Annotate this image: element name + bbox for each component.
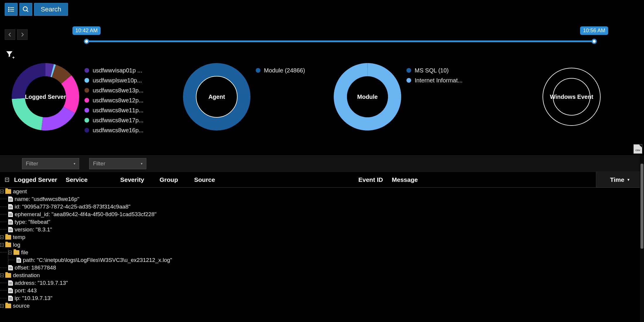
sort-descending-icon: ▼: [627, 178, 630, 182]
col-source[interactable]: Source: [194, 176, 358, 183]
chart-logged-server[interactable]: Logged Server usdfwwvisap01p ...usdfwwpl…: [12, 63, 168, 139]
chart-title: Module: [357, 94, 378, 100]
filter-dropdown-2[interactable]: Filter ▾: [89, 158, 146, 169]
tree-leaf[interactable]: port: 443: [8, 287, 644, 294]
charts-row: Logged Server usdfwwvisap01p ...usdfwwpl…: [12, 63, 638, 139]
file-icon: [8, 265, 13, 270]
legend-swatch-icon: [84, 98, 89, 103]
add-filter-button[interactable]: +: [5, 50, 13, 59]
time-start-handle[interactable]: [84, 39, 89, 44]
export-csv-button[interactable]: CSV: [633, 144, 642, 154]
legend-item[interactable]: usdfwwcs8we17p...: [84, 115, 143, 125]
file-icon: [8, 204, 13, 209]
tree-leaf[interactable]: version: "8.3.1": [8, 226, 644, 233]
time-range-slider[interactable]: 10:42 AM 10:56 AM: [87, 26, 594, 47]
folder-icon: [5, 304, 11, 308]
legend-item[interactable]: Module (24866): [256, 65, 305, 75]
tree-node-temp[interactable]: −temp: [0, 233, 644, 241]
legend-item[interactable]: usdfwwcs8we12p...: [84, 95, 143, 105]
legend-item[interactable]: usdfwwvisap01p ...: [84, 65, 143, 75]
nav-back-button[interactable]: [5, 29, 15, 40]
chevron-down-icon: ▾: [141, 162, 143, 166]
file-icon: [8, 288, 13, 293]
col-logged-server[interactable]: Logged Server: [14, 176, 66, 183]
svg-point-0: [9, 7, 9, 8]
svg-point-6: [23, 7, 27, 11]
plus-icon: +: [12, 55, 15, 60]
chart-title: Agent: [209, 94, 225, 100]
collapse-all-button[interactable]: [0, 178, 14, 182]
chevron-down-icon: ▾: [74, 162, 75, 166]
collapse-icon[interactable]: −: [8, 251, 12, 254]
legend-item[interactable]: usdfwwcs8we13p...: [84, 85, 143, 95]
legend-label: usdfwwcs8we13p...: [93, 87, 143, 94]
event-detail-tree: −agent name: "usdfwwcs8we16p" id: "9095a…: [0, 188, 644, 322]
legend-label: usdfwwcs8we16p...: [93, 127, 143, 134]
svg-point-2: [9, 9, 9, 10]
tree-node-file[interactable]: −file path: "C:\inetpub\logs\LogFiles\W3…: [8, 249, 644, 264]
filter-placeholder: Filter: [93, 160, 105, 167]
col-message[interactable]: Message: [392, 176, 424, 183]
tree-leaf[interactable]: address: "10.19.7.13": [8, 279, 644, 287]
time-slider-track: [87, 40, 594, 42]
tree-node-destination[interactable]: −destination address: "10.19.7.13" port:…: [0, 272, 644, 302]
col-service[interactable]: Service: [66, 176, 120, 183]
col-event-id[interactable]: Event ID: [358, 176, 392, 183]
legend-swatch-icon: [84, 68, 89, 73]
svg-line-7: [27, 10, 28, 12]
vertical-scrollbar[interactable]: [640, 155, 644, 322]
file-icon: [8, 280, 13, 286]
legend-item[interactable]: usdfwwcs8we16p...: [84, 125, 143, 135]
collapse-icon[interactable]: −: [0, 274, 4, 277]
file-icon: [8, 296, 13, 301]
tree-leaf[interactable]: type: "filebeat": [8, 218, 644, 226]
scrollbar-thumb[interactable]: [640, 164, 643, 249]
col-severity[interactable]: Severity: [120, 176, 160, 183]
collapse-icon[interactable]: −: [0, 190, 4, 193]
collapse-icon[interactable]: −: [0, 235, 4, 239]
list-menu-button[interactable]: [5, 3, 18, 16]
col-time-label: Time: [610, 176, 624, 183]
legend-label: usdfwwcs8we11p...: [93, 107, 143, 114]
legend-item[interactable]: usdfwwplswe10p...: [84, 75, 143, 85]
tree-leaf[interactable]: ephemeral_id: "aea89c42-4f4a-4f50-8d09-1…: [8, 211, 644, 218]
legend-item[interactable]: usdfwwcs8we11p...: [84, 105, 143, 115]
tree-leaf[interactable]: path: "C:\inetpub\logs\LogFiles\W3SVC3\u…: [16, 256, 644, 264]
tree-leaf[interactable]: offset: 18677848: [8, 264, 644, 272]
tree-node-source[interactable]: −source: [0, 302, 644, 310]
search-button[interactable]: Search: [34, 3, 68, 16]
legend-swatch-icon: [256, 68, 260, 73]
legend-swatch-icon: [84, 118, 89, 123]
chart-windows-event[interactable]: Windows Event: [482, 63, 638, 139]
tree-leaf[interactable]: id: "9095a773-7872-4c25-ad35-873f314c9aa…: [8, 203, 644, 211]
legend-label: usdfwwcs8we12p...: [93, 97, 143, 104]
filter-placeholder: Filter: [26, 160, 38, 167]
legend-swatch-icon: [84, 128, 89, 133]
search-icon-button[interactable]: [19, 3, 32, 16]
tree-leaf[interactable]: ip: "10.19.7.13": [8, 294, 644, 302]
legend-label: usdfwwcs8we17p...: [93, 117, 143, 124]
folder-icon: [5, 243, 11, 247]
column-header-row: Logged Server Service Severity Group Sou…: [0, 172, 644, 188]
col-time[interactable]: Time ▼: [596, 172, 644, 187]
tree-leaf[interactable]: name: "usdfwwcs8we16p": [8, 195, 644, 203]
time-end-label: 10:56 AM: [580, 26, 608, 35]
legend-swatch-icon: [84, 78, 89, 83]
legend-item[interactable]: Internet Informat...: [406, 75, 462, 85]
legend-swatch-icon: [406, 68, 411, 73]
nav-forward-button[interactable]: [17, 29, 28, 40]
file-icon: [8, 196, 13, 202]
legend-label: MS SQL (10): [415, 67, 449, 74]
file-icon: [16, 257, 21, 263]
tree-node-log[interactable]: −log −file path: "C:\inetpub\logs\LogFil…: [0, 241, 644, 272]
legend-item[interactable]: MS SQL (10): [406, 65, 462, 75]
tree-node-agent[interactable]: −agent name: "usdfwwcs8we16p" id: "9095a…: [0, 188, 644, 233]
time-end-handle[interactable]: [592, 39, 597, 44]
folder-icon: [5, 273, 11, 278]
filter-dropdown-1[interactable]: Filter ▾: [22, 158, 79, 169]
chart-agent[interactable]: Agent Module (24866): [168, 63, 325, 139]
chart-module[interactable]: Module MS SQL (10)Internet Informat...: [325, 63, 482, 139]
collapse-icon[interactable]: −: [0, 243, 4, 247]
collapse-icon[interactable]: −: [0, 304, 4, 308]
col-group[interactable]: Group: [160, 176, 194, 183]
